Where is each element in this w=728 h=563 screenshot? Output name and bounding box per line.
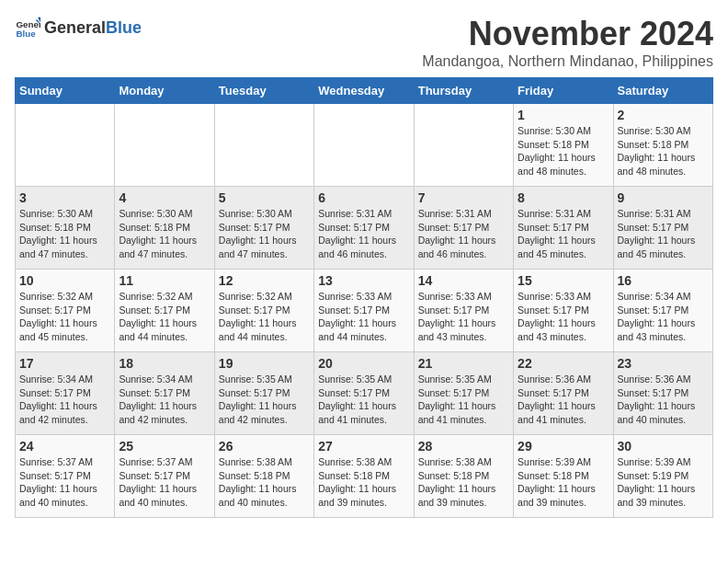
logo-general: General	[44, 18, 106, 37]
calendar-cell: 21Sunrise: 5:35 AM Sunset: 5:17 PM Dayli…	[414, 352, 513, 435]
day-number: 23	[618, 356, 709, 371]
day-number: 1	[518, 108, 609, 122]
day-number: 3	[19, 190, 110, 205]
weekday-header-row: SundayMondayTuesdayWednesdayThursdayFrid…	[16, 78, 713, 104]
calendar-cell: 26Sunrise: 5:38 AM Sunset: 5:18 PM Dayli…	[214, 435, 313, 518]
day-number: 12	[219, 273, 310, 288]
day-number: 19	[219, 356, 310, 371]
day-number: 28	[418, 439, 509, 454]
calendar-cell: 12Sunrise: 5:32 AM Sunset: 5:17 PM Dayli…	[214, 270, 313, 352]
calendar-cell: 18Sunrise: 5:34 AM Sunset: 5:17 PM Dayli…	[115, 352, 214, 435]
day-info: Sunrise: 5:37 AM Sunset: 5:17 PM Dayligh…	[119, 455, 210, 510]
calendar-week-row: 24Sunrise: 5:37 AM Sunset: 5:17 PM Dayli…	[16, 435, 713, 518]
day-info: Sunrise: 5:31 AM Sunset: 5:17 PM Dayligh…	[318, 207, 409, 261]
day-info: Sunrise: 5:34 AM Sunset: 5:17 PM Dayligh…	[119, 373, 210, 427]
calendar-cell: 11Sunrise: 5:32 AM Sunset: 5:17 PM Dayli…	[115, 270, 214, 352]
calendar-cell: 5Sunrise: 5:30 AM Sunset: 5:17 PM Daylig…	[214, 187, 313, 270]
weekday-header-thursday: Thursday	[414, 78, 513, 104]
calendar-cell: 4Sunrise: 5:30 AM Sunset: 5:18 PM Daylig…	[115, 187, 214, 270]
calendar-week-row: 17Sunrise: 5:34 AM Sunset: 5:17 PM Dayli…	[16, 352, 713, 435]
day-number: 30	[618, 439, 709, 454]
weekday-header-saturday: Saturday	[613, 78, 712, 104]
logo-blue: Blue	[106, 18, 142, 37]
logo: General Blue GeneralBlue	[15, 15, 142, 40]
location-subtitle: Mandangoa, Northern Mindanao, Philippine…	[422, 53, 713, 70]
day-info: Sunrise: 5:39 AM Sunset: 5:19 PM Dayligh…	[618, 455, 709, 510]
day-info: Sunrise: 5:31 AM Sunset: 5:17 PM Dayligh…	[618, 207, 709, 261]
day-number: 9	[618, 190, 709, 205]
day-number: 7	[418, 190, 509, 205]
day-info: Sunrise: 5:30 AM Sunset: 5:18 PM Dayligh…	[19, 207, 110, 261]
day-number: 18	[119, 356, 210, 371]
calendar-cell: 20Sunrise: 5:35 AM Sunset: 5:17 PM Dayli…	[314, 352, 414, 435]
calendar-cell: 10Sunrise: 5:32 AM Sunset: 5:17 PM Dayli…	[16, 270, 115, 352]
title-area: November 2024 Mandangoa, Northern Mindan…	[422, 15, 713, 70]
calendar-cell: 6Sunrise: 5:31 AM Sunset: 5:17 PM Daylig…	[314, 187, 414, 270]
day-info: Sunrise: 5:34 AM Sunset: 5:17 PM Dayligh…	[618, 290, 709, 344]
calendar-cell: 3Sunrise: 5:30 AM Sunset: 5:18 PM Daylig…	[16, 187, 115, 270]
weekday-header-friday: Friday	[514, 78, 613, 104]
day-number: 11	[119, 273, 210, 288]
day-info: Sunrise: 5:38 AM Sunset: 5:18 PM Dayligh…	[318, 455, 409, 510]
day-number: 5	[219, 190, 310, 205]
day-number: 24	[19, 439, 110, 454]
calendar-cell: 9Sunrise: 5:31 AM Sunset: 5:17 PM Daylig…	[613, 187, 712, 270]
calendar-table: SundayMondayTuesdayWednesdayThursdayFrid…	[15, 77, 713, 518]
calendar-week-row: 1Sunrise: 5:30 AM Sunset: 5:18 PM Daylig…	[16, 104, 713, 187]
day-number: 26	[219, 439, 310, 454]
day-info: Sunrise: 5:30 AM Sunset: 5:17 PM Dayligh…	[219, 207, 310, 261]
calendar-week-row: 3Sunrise: 5:30 AM Sunset: 5:18 PM Daylig…	[16, 187, 713, 270]
day-info: Sunrise: 5:30 AM Sunset: 5:18 PM Dayligh…	[618, 124, 709, 178]
day-info: Sunrise: 5:32 AM Sunset: 5:17 PM Dayligh…	[119, 290, 210, 344]
logo-text: GeneralBlue	[44, 18, 142, 38]
calendar-cell: 27Sunrise: 5:38 AM Sunset: 5:18 PM Dayli…	[314, 435, 414, 518]
calendar-cell: 17Sunrise: 5:34 AM Sunset: 5:17 PM Dayli…	[16, 352, 115, 435]
day-info: Sunrise: 5:33 AM Sunset: 5:17 PM Dayligh…	[518, 290, 609, 344]
day-number: 6	[318, 190, 409, 205]
calendar-cell: 13Sunrise: 5:33 AM Sunset: 5:17 PM Dayli…	[314, 270, 414, 352]
day-number: 13	[318, 273, 409, 288]
day-number: 8	[518, 190, 609, 205]
calendar-cell	[115, 104, 214, 187]
day-info: Sunrise: 5:34 AM Sunset: 5:17 PM Dayligh…	[19, 373, 110, 427]
calendar-cell: 15Sunrise: 5:33 AM Sunset: 5:17 PM Dayli…	[514, 270, 613, 352]
weekday-header-wednesday: Wednesday	[314, 78, 414, 104]
day-number: 2	[618, 108, 709, 122]
day-info: Sunrise: 5:35 AM Sunset: 5:17 PM Dayligh…	[219, 373, 310, 427]
day-number: 4	[119, 190, 210, 205]
day-number: 17	[19, 356, 110, 371]
day-number: 29	[518, 439, 609, 454]
calendar-cell: 23Sunrise: 5:36 AM Sunset: 5:17 PM Dayli…	[613, 352, 712, 435]
calendar-week-row: 10Sunrise: 5:32 AM Sunset: 5:17 PM Dayli…	[16, 270, 713, 352]
calendar-cell	[314, 104, 414, 187]
weekday-header-sunday: Sunday	[16, 78, 115, 104]
day-info: Sunrise: 5:35 AM Sunset: 5:17 PM Dayligh…	[418, 373, 509, 427]
header: General Blue GeneralBlue November 2024 M…	[15, 15, 713, 70]
calendar-cell: 2Sunrise: 5:30 AM Sunset: 5:18 PM Daylig…	[613, 104, 712, 187]
day-info: Sunrise: 5:33 AM Sunset: 5:17 PM Dayligh…	[418, 290, 509, 344]
calendar-cell: 24Sunrise: 5:37 AM Sunset: 5:17 PM Dayli…	[16, 435, 115, 518]
day-info: Sunrise: 5:36 AM Sunset: 5:17 PM Dayligh…	[518, 373, 609, 427]
day-info: Sunrise: 5:33 AM Sunset: 5:17 PM Dayligh…	[318, 290, 409, 344]
calendar-cell: 28Sunrise: 5:38 AM Sunset: 5:18 PM Dayli…	[414, 435, 513, 518]
calendar-cell	[414, 104, 513, 187]
calendar-cell	[16, 104, 115, 187]
day-info: Sunrise: 5:38 AM Sunset: 5:18 PM Dayligh…	[418, 455, 509, 510]
weekday-header-tuesday: Tuesday	[214, 78, 313, 104]
calendar-cell: 25Sunrise: 5:37 AM Sunset: 5:17 PM Dayli…	[115, 435, 214, 518]
day-info: Sunrise: 5:30 AM Sunset: 5:18 PM Dayligh…	[518, 124, 609, 178]
calendar-cell: 7Sunrise: 5:31 AM Sunset: 5:17 PM Daylig…	[414, 187, 513, 270]
day-number: 27	[318, 439, 409, 454]
day-info: Sunrise: 5:35 AM Sunset: 5:17 PM Dayligh…	[318, 373, 409, 427]
day-number: 22	[518, 356, 609, 371]
day-info: Sunrise: 5:37 AM Sunset: 5:17 PM Dayligh…	[19, 455, 110, 510]
day-info: Sunrise: 5:39 AM Sunset: 5:18 PM Dayligh…	[518, 455, 609, 510]
calendar-cell	[214, 104, 313, 187]
day-info: Sunrise: 5:31 AM Sunset: 5:17 PM Dayligh…	[518, 207, 609, 261]
day-number: 16	[618, 273, 709, 288]
day-info: Sunrise: 5:31 AM Sunset: 5:17 PM Dayligh…	[418, 207, 509, 261]
calendar-cell: 22Sunrise: 5:36 AM Sunset: 5:17 PM Dayli…	[514, 352, 613, 435]
calendar-cell: 8Sunrise: 5:31 AM Sunset: 5:17 PM Daylig…	[514, 187, 613, 270]
day-info: Sunrise: 5:32 AM Sunset: 5:17 PM Dayligh…	[19, 290, 110, 344]
month-title: November 2024	[422, 15, 713, 53]
